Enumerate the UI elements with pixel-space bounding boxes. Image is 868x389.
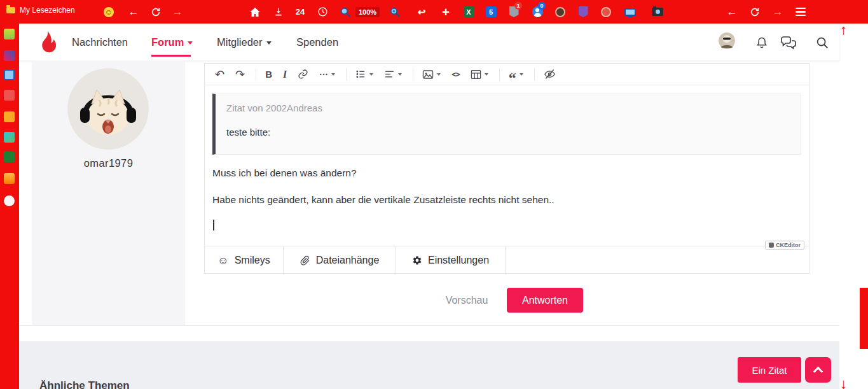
chevron-down-icon <box>485 73 488 76</box>
insert-image-button[interactable] <box>422 69 441 80</box>
sidebar-bookmark-icon-8[interactable] <box>4 173 15 184</box>
tab-count[interactable]: 24 <box>293 0 307 24</box>
sidebar-bookmark-icon-7[interactable] <box>4 152 15 162</box>
content-divider <box>19 325 839 326</box>
nav-label: Forum <box>151 36 184 48</box>
sidebar-bookmark-icon-4[interactable] <box>4 90 15 101</box>
editor-paragraph-1: Muss ich bei denen was ändern? <box>212 167 357 179</box>
screenshot-extension-icon[interactable] <box>623 0 637 24</box>
ckeditor-badge[interactable]: CKEditor <box>765 241 804 250</box>
tab-smileys-label: Smileys <box>235 255 270 266</box>
reload-icon[interactable] <box>149 0 163 24</box>
toolbar-separator <box>534 68 535 81</box>
chevron-up-icon <box>813 367 823 377</box>
sidebar-bookmark-icon-1[interactable] <box>4 29 15 39</box>
editor-content-area[interactable]: Zitat von 2002Andreas teste bitte: Muss … <box>205 86 809 246</box>
align-button[interactable] <box>384 69 402 80</box>
sidebar-bookmark-icon-9[interactable] <box>4 195 15 206</box>
download-icon[interactable] <box>272 0 286 24</box>
gear-icon <box>412 255 422 265</box>
forward-icon-right[interactable]: → <box>771 0 785 24</box>
cat-avatar-image <box>67 68 149 150</box>
blue-extension-icon[interactable]: 5 <box>484 0 498 24</box>
excel-extension-icon[interactable]: X <box>462 0 476 24</box>
dark-circle-extension-icon[interactable] <box>553 0 567 24</box>
tab-attachments-label: Dateianhänge <box>316 255 380 266</box>
chevron-down-icon <box>369 73 373 76</box>
ckeditor-logo-icon <box>769 243 774 248</box>
account-extension-icon[interactable]: 0 <box>530 0 544 24</box>
purple-shield-extension-icon[interactable] <box>576 0 590 24</box>
emoji-extension-icon[interactable]: ☺ <box>102 0 116 24</box>
scrollbar-down-arrow[interactable]: ↓ <box>840 377 847 389</box>
undo-closed-tab-icon[interactable]: ↩ <box>415 0 429 24</box>
sidebar-bookmark-icon-5[interactable] <box>4 111 15 122</box>
nav-label: Nachrichten <box>72 36 128 48</box>
tab-settings[interactable]: Einstellungen <box>396 246 506 274</box>
insert-table-button[interactable] <box>471 69 488 80</box>
flame-logo-icon <box>35 30 59 54</box>
history-clock-icon[interactable] <box>315 0 329 24</box>
scrollbar-thumb[interactable] <box>860 288 868 349</box>
new-tab-plus-icon[interactable]: + <box>439 0 453 24</box>
sidebar-bookmark-icon-6[interactable] <box>4 132 15 143</box>
chevron-down-icon <box>188 41 193 45</box>
header-avatar[interactable] <box>719 32 735 49</box>
notifications-bell-icon[interactable] <box>754 34 770 51</box>
extension-badge: 1 <box>514 2 522 10</box>
hide-preview-eye-button[interactable] <box>544 69 556 80</box>
redo-icon[interactable]: ↷ <box>235 69 245 80</box>
preview-button[interactable]: Vorschau <box>438 288 495 313</box>
tab-attachments[interactable]: Dateianhänge <box>284 246 396 274</box>
sidebar-bookmark-icon-2[interactable] <box>4 50 15 61</box>
avatar[interactable] <box>67 68 149 150</box>
post-author-username[interactable]: omar1979 <box>32 157 185 169</box>
zoom-level[interactable]: 100% <box>356 0 379 24</box>
quote-header: Zitat von 2002Andreas <box>226 103 790 113</box>
nav-nachrichten[interactable]: Nachrichten <box>72 24 128 60</box>
sidebar-bookmark-icon-3[interactable] <box>4 69 15 80</box>
messages-chat-icon[interactable] <box>780 34 797 51</box>
header-search-icon[interactable] <box>814 34 830 51</box>
back-icon[interactable]: ← <box>127 0 141 24</box>
undo-icon[interactable]: ↶ <box>215 69 224 80</box>
text-cursor <box>213 220 214 230</box>
reply-submit-button[interactable]: Antworten <box>507 288 583 313</box>
camera-icon <box>652 8 663 16</box>
blockquote-button[interactable]: “ <box>509 71 523 78</box>
red-circle-extension-icon[interactable] <box>599 0 613 24</box>
menu-hamburger-icon[interactable] <box>794 0 808 24</box>
shield-extension-icon[interactable]: 1 <box>507 0 521 24</box>
more-options-button[interactable]: ··· <box>319 69 335 80</box>
list-button[interactable] <box>355 69 373 80</box>
nav-spenden[interactable]: Spenden <box>296 24 338 60</box>
search-icon[interactable] <box>338 0 352 24</box>
chevron-down-icon <box>398 73 402 76</box>
chevron-down-icon <box>437 73 441 76</box>
bookmarks-folder-button[interactable]: My Lesezeichen <box>6 6 75 15</box>
scrollbar-up-arrow[interactable]: ↑ <box>840 23 847 37</box>
italic-button[interactable]: I <box>283 69 287 80</box>
chevron-down-icon <box>266 41 272 45</box>
chevron-down-icon <box>520 73 523 76</box>
bold-button[interactable]: B <box>265 69 272 80</box>
reload-icon-right[interactable] <box>748 0 762 24</box>
tab-smileys[interactable]: ☺ Smileys <box>205 246 284 274</box>
link-button[interactable] <box>298 69 308 80</box>
nav-mitglieder[interactable]: Mitglieder <box>217 24 272 60</box>
back-icon-right[interactable]: ← <box>725 0 739 24</box>
code-button[interactable]: <> <box>451 70 459 79</box>
nav-label: Mitglieder <box>217 36 263 48</box>
quote-body: teste bitte: <box>226 127 790 138</box>
editor-paragraph-2: Habe nichts geändert, kann aber die vert… <box>212 194 555 206</box>
site-logo[interactable] <box>35 30 59 57</box>
camera-extension-icon[interactable] <box>651 0 665 24</box>
home-icon[interactable] <box>248 0 262 24</box>
vertical-bookmarks-strip <box>0 24 19 389</box>
folder-icon <box>6 7 15 13</box>
one-quote-button[interactable]: Ein Zitat <box>738 357 801 383</box>
zoom-in-icon[interactable] <box>388 0 402 24</box>
page-footer: Ähnliche Themen <box>19 341 839 389</box>
forward-icon[interactable]: → <box>170 0 184 24</box>
scroll-to-top-button[interactable] <box>805 357 831 383</box>
